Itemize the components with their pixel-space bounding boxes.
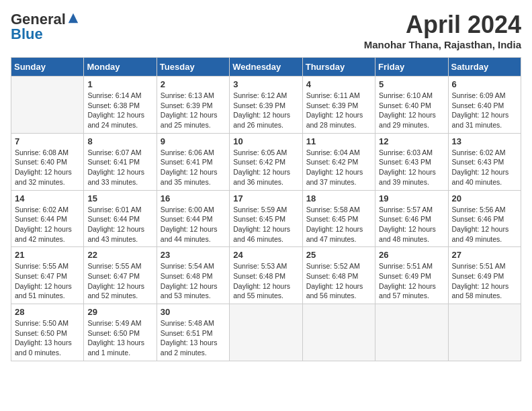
cell-info: and 0 minutes. [15, 348, 80, 358]
cell-info: Sunset: 6:49 PM [379, 271, 444, 281]
weekday-header: Thursday [302, 58, 375, 77]
day-number: 15 [87, 193, 152, 203]
calendar-cell: 21Sunrise: 5:55 AMSunset: 6:47 PMDayligh… [11, 247, 84, 304]
calendar-cell: 17Sunrise: 5:59 AMSunset: 6:45 PMDayligh… [230, 190, 302, 247]
day-number: 17 [233, 193, 298, 203]
cell-info: Sunrise: 5:49 AM [87, 318, 152, 328]
weekday-header: Tuesday [157, 58, 229, 77]
cell-info: Daylight: 12 hours [233, 110, 298, 120]
calendar-cell: 24Sunrise: 5:53 AMSunset: 6:48 PMDayligh… [230, 247, 302, 304]
cell-info: Sunset: 6:49 PM [452, 271, 517, 281]
cell-info: and 43 minutes. [87, 234, 152, 244]
cell-info: and 55 minutes. [233, 291, 298, 301]
cell-info: Sunrise: 6:14 AM [87, 91, 152, 101]
cell-info: Daylight: 12 hours [379, 167, 444, 177]
month-title: April 2024 [364, 11, 521, 39]
cell-info: Sunrise: 5:55 AM [15, 261, 80, 271]
cell-info: Sunrise: 5:51 AM [452, 261, 517, 271]
day-number: 28 [15, 307, 80, 317]
day-number: 7 [15, 136, 80, 146]
logo-icon [67, 12, 79, 24]
cell-info: Daylight: 13 hours [15, 338, 80, 348]
cell-info: Sunrise: 6:05 AM [233, 148, 298, 158]
cell-info: Sunset: 6:45 PM [306, 214, 371, 224]
day-number: 5 [379, 79, 444, 89]
calendar-cell: 3Sunrise: 6:12 AMSunset: 6:39 PMDaylight… [230, 77, 302, 134]
cell-info: Daylight: 12 hours [452, 167, 517, 177]
cell-info: Sunrise: 6:12 AM [233, 91, 298, 101]
cell-info: and 37 minutes. [306, 177, 371, 187]
calendar-cell: 13Sunrise: 6:02 AMSunset: 6:43 PMDayligh… [448, 133, 521, 190]
title-block: April 2024 Manohar Thana, Rajasthan, Ind… [364, 11, 521, 50]
day-number: 3 [233, 79, 298, 89]
calendar-week-row: 1Sunrise: 6:14 AMSunset: 6:38 PMDaylight… [11, 77, 521, 134]
cell-info: Daylight: 12 hours [452, 281, 517, 291]
calendar-cell: 8Sunrise: 6:07 AMSunset: 6:41 PMDaylight… [84, 133, 157, 190]
cell-info: Sunset: 6:40 PM [15, 157, 80, 167]
day-number: 21 [15, 250, 80, 260]
calendar-cell: 5Sunrise: 6:10 AMSunset: 6:40 PMDaylight… [375, 77, 448, 134]
calendar-cell: 19Sunrise: 5:57 AMSunset: 6:46 PMDayligh… [375, 190, 448, 247]
calendar-cell: 30Sunrise: 5:48 AMSunset: 6:51 PMDayligh… [157, 304, 229, 361]
cell-info: and 24 minutes. [87, 120, 152, 130]
calendar-week-row: 21Sunrise: 5:55 AMSunset: 6:47 PMDayligh… [11, 247, 521, 304]
calendar-cell: 12Sunrise: 6:03 AMSunset: 6:43 PMDayligh… [375, 133, 448, 190]
calendar-cell: 16Sunrise: 6:00 AMSunset: 6:44 PMDayligh… [157, 190, 229, 247]
cell-info: and 2 minutes. [161, 348, 226, 358]
cell-info: Sunset: 6:46 PM [452, 214, 517, 224]
cell-info: and 36 minutes. [233, 177, 298, 187]
cell-info: and 44 minutes. [161, 234, 226, 244]
cell-info: and 52 minutes. [87, 291, 152, 301]
cell-info: Daylight: 12 hours [379, 224, 444, 234]
cell-info: Sunset: 6:40 PM [452, 101, 517, 111]
cell-info: Sunrise: 5:55 AM [87, 261, 152, 271]
cell-info: Daylight: 12 hours [452, 110, 517, 120]
day-number: 12 [379, 136, 444, 146]
cell-info: and 53 minutes. [161, 291, 226, 301]
cell-info: Sunset: 6:43 PM [452, 157, 517, 167]
cell-info: Sunset: 6:51 PM [161, 328, 226, 338]
cell-info: Sunset: 6:48 PM [306, 271, 371, 281]
day-number: 24 [233, 250, 298, 260]
cell-info: Sunrise: 6:00 AM [161, 205, 226, 215]
day-number: 9 [161, 136, 226, 146]
cell-info: Daylight: 12 hours [87, 224, 152, 234]
cell-info: Sunrise: 6:13 AM [161, 91, 226, 101]
cell-info: Sunrise: 6:09 AM [452, 91, 517, 101]
day-number: 26 [379, 250, 444, 260]
calendar-cell: 14Sunrise: 6:02 AMSunset: 6:44 PMDayligh… [11, 190, 84, 247]
cell-info: Sunrise: 6:03 AM [379, 148, 444, 158]
calendar-cell: 26Sunrise: 5:51 AMSunset: 6:49 PMDayligh… [375, 247, 448, 304]
day-number: 29 [87, 307, 152, 317]
cell-info: Sunrise: 5:54 AM [161, 261, 226, 271]
day-number: 11 [306, 136, 371, 146]
calendar-cell [448, 304, 521, 361]
cell-info: and 32 minutes. [15, 177, 80, 187]
cell-info: Daylight: 12 hours [161, 110, 226, 120]
cell-info: Sunset: 6:50 PM [87, 328, 152, 338]
cell-info: Daylight: 12 hours [15, 167, 80, 177]
cell-info: and 57 minutes. [379, 291, 444, 301]
cell-info: Daylight: 12 hours [87, 167, 152, 177]
svg-marker-0 [69, 13, 78, 23]
cell-info: Sunset: 6:41 PM [161, 157, 226, 167]
cell-info: Sunset: 6:42 PM [306, 157, 371, 167]
cell-info: and 48 minutes. [379, 234, 444, 244]
cell-info: and 1 minute. [87, 348, 152, 358]
cell-info: and 31 minutes. [452, 120, 517, 130]
cell-info: Daylight: 13 hours [161, 338, 226, 348]
day-number: 14 [15, 193, 80, 203]
cell-info: Sunrise: 5:56 AM [452, 205, 517, 215]
logo-blue-text: Blue [11, 26, 43, 43]
calendar-week-row: 28Sunrise: 5:50 AMSunset: 6:50 PMDayligh… [11, 304, 521, 361]
day-number: 13 [452, 136, 517, 146]
cell-info: Daylight: 12 hours [306, 281, 371, 291]
cell-info: and 28 minutes. [306, 120, 371, 130]
day-number: 30 [161, 307, 226, 317]
cell-info: Daylight: 12 hours [15, 224, 80, 234]
cell-info: Sunrise: 5:59 AM [233, 205, 298, 215]
cell-info: Sunrise: 5:52 AM [306, 261, 371, 271]
cell-info: Sunrise: 6:01 AM [87, 205, 152, 215]
cell-info: Daylight: 12 hours [306, 224, 371, 234]
cell-info: Sunrise: 5:57 AM [379, 205, 444, 215]
